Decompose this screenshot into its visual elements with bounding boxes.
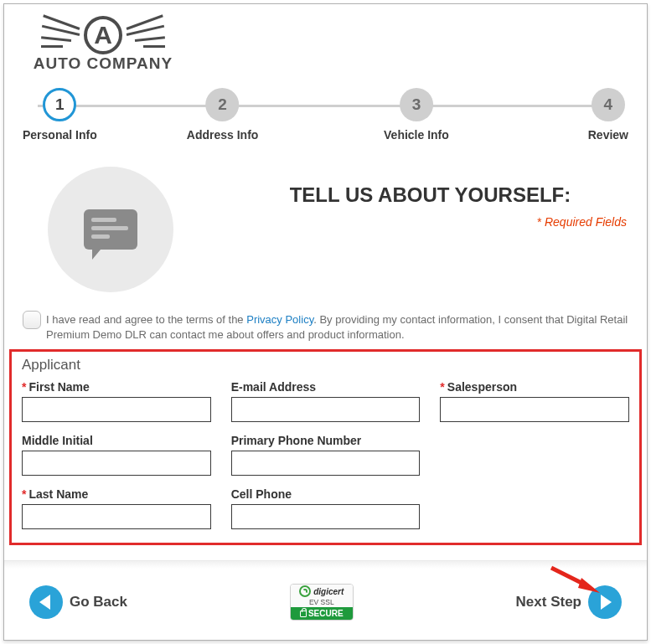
form-frame: A AUTO COMPANY 1Personal Info2Address In… — [3, 3, 648, 641]
email-label: E-mail Address — [231, 380, 316, 394]
field-primary-phone: Primary Phone Number — [231, 434, 421, 476]
applicant-panel: Applicant *First Name Middle Initial *La… — [9, 349, 642, 545]
first-name-input[interactable] — [22, 397, 211, 422]
consent-text: I have read and agree to the terms of th… — [46, 312, 628, 342]
field-cell-phone: Cell Phone — [231, 487, 421, 529]
salesperson-input[interactable] — [440, 397, 629, 422]
step-label: Address Info — [187, 128, 259, 142]
field-salesperson: *Salesperson — [440, 380, 629, 422]
badge-line2: EV SSL — [291, 598, 353, 607]
step-review[interactable]: 4Review — [588, 88, 628, 142]
cell-phone-input[interactable] — [231, 504, 421, 529]
first-name-label: First Name — [28, 380, 89, 394]
step-label: Review — [588, 128, 628, 142]
required-star: * — [22, 487, 26, 501]
badge-brand: digicert — [313, 587, 344, 596]
consent-row: I have read and agree to the terms of th… — [19, 304, 632, 347]
privacy-policy-link[interactable]: Privacy Policy — [246, 313, 313, 326]
last-name-input[interactable] — [22, 504, 211, 529]
step-label: Vehicle Info — [384, 128, 449, 142]
step-number: 1 — [43, 88, 76, 121]
required-fields-note: * Required Fields — [229, 215, 627, 229]
step-vehicle-info[interactable]: 3Vehicle Info — [384, 88, 449, 142]
badge-secure: SECURE — [308, 609, 344, 618]
hero-section: TELL US ABOUT YOURSELF: * Required Field… — [19, 165, 632, 304]
field-first-name: *First Name — [22, 380, 211, 422]
next-step-label: Next Step — [516, 594, 581, 611]
content: A AUTO COMPANY 1Personal Info2Address In… — [4, 4, 647, 626]
primary-phone-label: Primary Phone Number — [231, 434, 362, 447]
required-star: * — [22, 380, 26, 394]
step-number: 4 — [592, 88, 625, 121]
brand-letter: A — [94, 21, 112, 49]
hero-icon-circle — [48, 167, 173, 292]
page-title: TELL US ABOUT YOURSELF: — [229, 183, 632, 207]
lock-icon — [300, 611, 307, 617]
brand-logo: A AUTO COMPANY — [19, 16, 187, 73]
brand-emblem: A — [53, 16, 153, 58]
speech-bubble-icon — [84, 209, 137, 250]
stepper-track — [38, 105, 613, 107]
middle-initial-label: Middle Initial — [22, 434, 93, 447]
step-number: 2 — [206, 88, 240, 121]
arrow-left-icon — [29, 585, 63, 619]
email-input[interactable] — [231, 397, 421, 422]
consent-checkbox[interactable] — [23, 311, 41, 329]
progress-stepper: 1Personal Info2Address Info3Vehicle Info… — [23, 88, 628, 138]
ssl-secure-badge: digicert EV SSL SECURE — [290, 584, 354, 621]
field-email: E-mail Address — [231, 380, 421, 422]
field-last-name: *Last Name — [22, 487, 211, 529]
step-number: 3 — [400, 88, 433, 121]
required-star: * — [440, 380, 444, 394]
salesperson-label: Salesperson — [447, 380, 517, 394]
go-back-button[interactable]: Go Back — [29, 585, 127, 619]
last-name-label: Last Name — [28, 487, 88, 501]
cell-phone-label: Cell Phone — [231, 487, 292, 501]
step-address-info[interactable]: 2Address Info — [187, 88, 259, 142]
next-step-button[interactable]: Next Step — [516, 585, 622, 619]
go-back-label: Go Back — [70, 594, 127, 611]
field-middle-initial: Middle Initial — [22, 434, 211, 476]
arrow-right-icon — [588, 585, 622, 619]
divider — [4, 560, 647, 569]
step-personal-info[interactable]: 1Personal Info — [23, 88, 97, 142]
swirl-icon — [299, 585, 311, 597]
consent-pre: I have read and agree to the terms of th… — [46, 313, 246, 326]
primary-phone-input[interactable] — [231, 451, 421, 476]
middle-initial-input[interactable] — [22, 451, 211, 476]
applicant-heading: Applicant — [22, 357, 629, 374]
step-label: Personal Info — [23, 128, 97, 142]
footer-nav: Go Back digicert EV SSL SECURE Next Step — [19, 569, 632, 626]
